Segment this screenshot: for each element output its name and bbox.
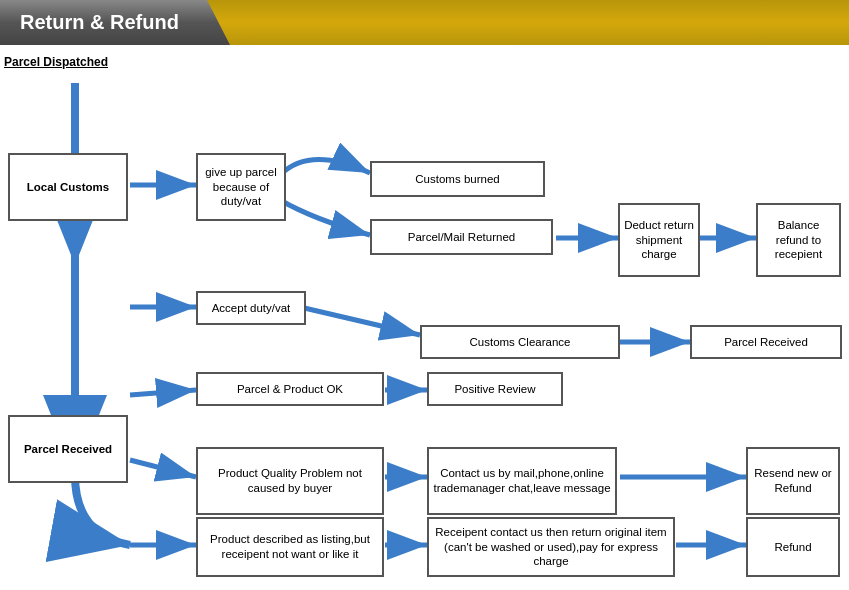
local-customs-box: Local Customs: [8, 153, 128, 221]
contact-us-box: Contact us by mail,phone,online trademan…: [427, 447, 617, 515]
parcel-mail-returned-box: Parcel/Mail Returned: [370, 219, 553, 255]
parcel-product-ok-box: Parcel & Product OK: [196, 372, 384, 406]
customs-clearance-box: Customs Clearance: [420, 325, 620, 359]
parcel-received-top-box: Parcel Received: [690, 325, 842, 359]
product-quality-box: Product Quality Problem not caused by bu…: [196, 447, 384, 515]
svg-line-13: [130, 460, 196, 477]
parcel-received-main-box: Parcel Received: [8, 415, 128, 483]
resend-refund-box: Resend new or Refund: [746, 447, 840, 515]
header-tab: Return & Refund: [0, 0, 230, 45]
customs-burned-box: Customs burned: [370, 161, 545, 197]
accept-duty-box: Accept duty/vat: [196, 291, 306, 325]
deduct-return-box: Deduct return shipment charge: [618, 203, 700, 277]
refund-box: Refund: [746, 517, 840, 577]
balance-refund-box: Balance refund to recepient: [756, 203, 841, 277]
arrows-svg: [0, 45, 849, 590]
receipent-contact-box: Receipent contact us then return origina…: [427, 517, 675, 577]
positive-review-box: Positive Review: [427, 372, 563, 406]
content: Parcel Dispatched Local Customs give up …: [0, 45, 849, 590]
svg-line-8: [300, 307, 420, 335]
header-title: Return & Refund: [20, 11, 179, 34]
give-up-box: give up parcel because of duty/vat: [196, 153, 286, 221]
product-described-box: Product described as listing,but receipe…: [196, 517, 384, 577]
svg-line-11: [130, 390, 196, 395]
header: Return & Refund: [0, 0, 849, 45]
parcel-dispatched-label: Parcel Dispatched: [4, 55, 108, 69]
